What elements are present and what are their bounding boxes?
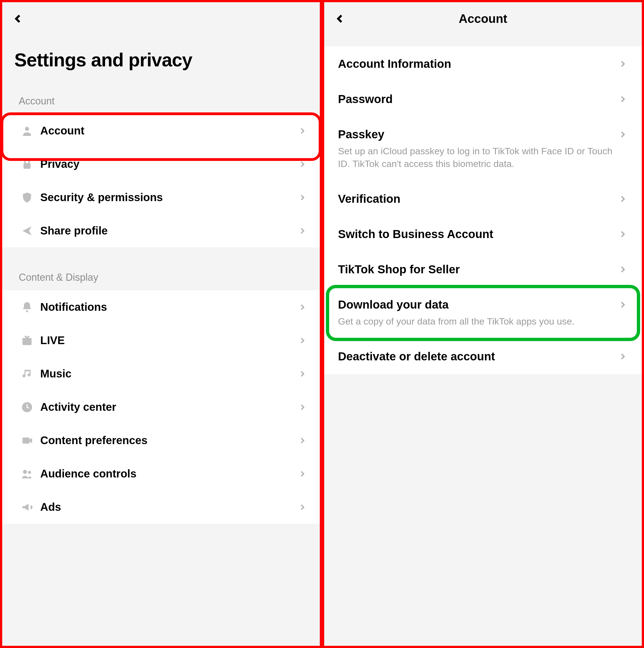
svg-point-7 bbox=[28, 471, 31, 474]
chevron-right-icon bbox=[617, 195, 628, 203]
row-activity-center[interactable]: Activity center bbox=[2, 390, 320, 424]
row-label: LIVE bbox=[40, 334, 297, 346]
camera-icon bbox=[19, 434, 35, 447]
svg-rect-5 bbox=[22, 437, 30, 443]
page-title: Settings and privacy bbox=[2, 35, 320, 87]
chevron-right-icon bbox=[297, 504, 308, 511]
row-label: Notifications bbox=[40, 301, 297, 313]
row-label: TikTok Shop for Seller bbox=[338, 263, 617, 276]
row-label: Audience controls bbox=[40, 468, 297, 480]
back-button[interactable] bbox=[10, 10, 27, 27]
row-label: Music bbox=[40, 368, 297, 380]
music-icon bbox=[19, 368, 35, 380]
chevron-right-icon bbox=[617, 130, 628, 138]
row-label: Deactivate or delete account bbox=[338, 350, 617, 363]
chevron-right-icon bbox=[617, 301, 628, 309]
account-list: Account Information Password Passkey bbox=[324, 46, 642, 374]
row-music[interactable]: Music bbox=[2, 357, 320, 390]
shield-icon bbox=[19, 192, 35, 204]
row-share-profile[interactable]: Share profile bbox=[2, 214, 320, 248]
chevron-right-icon bbox=[297, 470, 308, 478]
svg-point-2 bbox=[26, 310, 28, 312]
section-label-content-display: Content & Display bbox=[2, 263, 320, 290]
row-passkey[interactable]: Passkey Set up an iCloud passkey to log … bbox=[324, 117, 642, 181]
tv-icon bbox=[19, 334, 35, 346]
row-security[interactable]: Security & permissions bbox=[2, 181, 320, 214]
row-label: Account Information bbox=[338, 57, 617, 70]
svg-point-0 bbox=[25, 127, 29, 131]
row-label: Password bbox=[338, 93, 617, 106]
section-content-list: Notifications LIVE Music bbox=[2, 290, 320, 524]
person-icon bbox=[19, 125, 35, 137]
settings-pane: Settings and privacy Account Account Pri… bbox=[0, 0, 322, 648]
chevron-right-icon bbox=[297, 161, 308, 168]
row-label: Account bbox=[40, 124, 297, 137]
row-audience-controls[interactable]: Audience controls bbox=[2, 457, 320, 490]
chevron-right-icon bbox=[297, 194, 308, 201]
clock-icon bbox=[19, 401, 35, 413]
chevron-right-icon bbox=[617, 60, 628, 68]
row-switch-business[interactable]: Switch to Business Account bbox=[324, 217, 642, 252]
row-label: Download your data bbox=[338, 298, 617, 311]
chevron-right-icon bbox=[297, 403, 308, 411]
section-account-list: Account Privacy Security & permissions bbox=[2, 114, 320, 248]
megaphone-icon bbox=[19, 501, 35, 513]
chevron-left-icon bbox=[13, 14, 23, 24]
header bbox=[2, 2, 320, 35]
chevron-right-icon bbox=[617, 95, 628, 103]
svg-rect-1 bbox=[23, 163, 31, 169]
row-label: Content preferences bbox=[40, 434, 297, 447]
row-label: Activity center bbox=[40, 401, 297, 413]
bell-icon bbox=[19, 301, 35, 313]
row-deactivate-delete[interactable]: Deactivate or delete account bbox=[324, 339, 642, 374]
row-tiktok-shop-seller[interactable]: TikTok Shop for Seller bbox=[324, 252, 642, 287]
chevron-right-icon bbox=[297, 337, 308, 344]
svg-point-6 bbox=[23, 470, 27, 474]
row-label: Security & permissions bbox=[40, 191, 297, 204]
page-title: Account bbox=[324, 12, 642, 25]
chevron-right-icon bbox=[297, 227, 308, 234]
header: Account bbox=[324, 2, 642, 35]
row-live[interactable]: LIVE bbox=[2, 324, 320, 357]
row-account[interactable]: Account bbox=[2, 114, 320, 147]
chevron-right-icon bbox=[297, 127, 308, 134]
lock-icon bbox=[19, 158, 35, 170]
row-label: Share profile bbox=[40, 224, 297, 237]
row-download-your-data[interactable]: Download your data Get a copy of your da… bbox=[324, 287, 642, 339]
chevron-right-icon bbox=[617, 266, 628, 273]
row-verification[interactable]: Verification bbox=[324, 181, 642, 217]
row-content-preferences[interactable]: Content preferences bbox=[2, 424, 320, 457]
row-notifications[interactable]: Notifications bbox=[2, 290, 320, 324]
chevron-right-icon bbox=[617, 230, 628, 238]
row-label: Passkey bbox=[338, 128, 617, 141]
section-label-account: Account bbox=[2, 87, 320, 114]
back-button[interactable] bbox=[332, 10, 348, 27]
row-password[interactable]: Password bbox=[324, 82, 642, 117]
chevron-right-icon bbox=[297, 370, 308, 377]
row-account-information[interactable]: Account Information bbox=[324, 46, 642, 82]
chevron-left-icon bbox=[335, 14, 345, 24]
row-label: Switch to Business Account bbox=[338, 227, 617, 241]
row-ads[interactable]: Ads bbox=[2, 490, 320, 524]
chevron-right-icon bbox=[297, 304, 308, 311]
chevron-right-icon bbox=[617, 353, 628, 360]
row-subtitle: Set up an iCloud passkey to log in to Ti… bbox=[338, 141, 613, 170]
account-pane: Account Account Information Password bbox=[322, 0, 644, 648]
row-label: Privacy bbox=[40, 158, 297, 170]
row-label: Verification bbox=[338, 192, 617, 206]
row-label: Ads bbox=[40, 501, 297, 513]
row-subtitle: Get a copy of your data from all the Tik… bbox=[338, 311, 613, 328]
chevron-right-icon bbox=[297, 437, 308, 444]
row-privacy[interactable]: Privacy bbox=[2, 147, 320, 181]
people-icon bbox=[19, 468, 35, 480]
share-icon bbox=[19, 225, 35, 237]
